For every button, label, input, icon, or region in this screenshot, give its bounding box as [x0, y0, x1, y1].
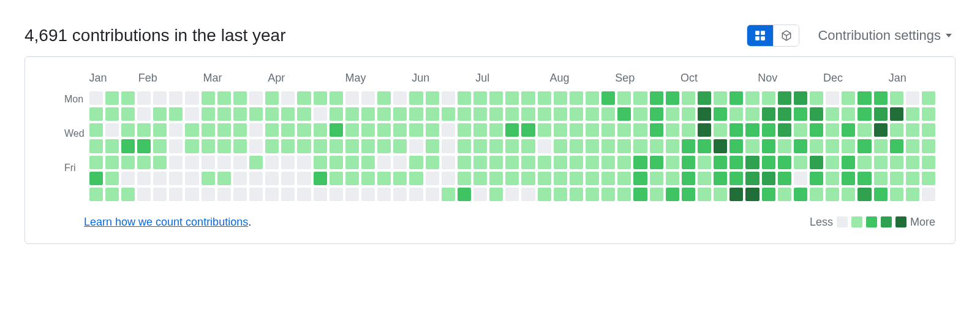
contribution-cell[interactable] [473, 123, 487, 137]
contribution-cell[interactable] [762, 91, 775, 105]
contribution-cell[interactable] [922, 156, 935, 169]
contribution-cell[interactable] [233, 172, 247, 185]
contribution-cell[interactable] [842, 172, 855, 185]
contribution-cell[interactable] [778, 107, 791, 121]
contribution-cell[interactable] [169, 123, 183, 137]
contribution-cell[interactable] [314, 172, 327, 185]
contribution-cell[interactable] [330, 156, 343, 169]
contribution-cell[interactable] [633, 123, 647, 137]
contribution-cell[interactable] [105, 91, 119, 105]
contribution-cell[interactable] [442, 123, 455, 137]
contribution-cell[interactable] [361, 139, 375, 153]
contribution-cell[interactable] [890, 107, 903, 121]
contribution-cell[interactable] [473, 139, 487, 153]
contribution-cell[interactable] [105, 123, 119, 137]
contribution-cell[interactable] [233, 156, 247, 169]
contribution-cell[interactable] [473, 107, 487, 121]
contribution-cell[interactable] [377, 139, 391, 153]
contribution-cell[interactable] [233, 91, 247, 105]
contribution-cell[interactable] [826, 188, 839, 201]
contribution-cell[interactable] [361, 156, 375, 169]
contribution-cell[interactable] [153, 123, 167, 137]
contribution-cell[interactable] [137, 156, 151, 169]
contribution-cell[interactable] [249, 139, 263, 153]
contribution-cell[interactable] [217, 188, 231, 201]
contribution-cell[interactable] [153, 156, 167, 169]
contribution-cell[interactable] [377, 107, 391, 121]
contribution-cell[interactable] [906, 91, 919, 105]
contribution-cell[interactable] [233, 107, 247, 121]
contribution-cell[interactable] [202, 91, 215, 105]
contribution-cell[interactable] [842, 139, 855, 153]
contribution-cell[interactable] [794, 172, 807, 185]
contribution-cell[interactable] [778, 91, 791, 105]
contribution-cell[interactable] [922, 107, 935, 121]
contribution-cell[interactable] [105, 188, 119, 201]
contribution-cell[interactable] [458, 139, 471, 153]
contribution-cell[interactable] [714, 123, 727, 137]
contribution-cell[interactable] [729, 156, 743, 169]
contribution-cell[interactable] [137, 91, 151, 105]
contribution-cell[interactable] [233, 139, 247, 153]
contribution-cell[interactable] [521, 172, 535, 185]
contribution-cell[interactable] [393, 156, 407, 169]
contribution-cell[interactable] [409, 188, 423, 201]
contribution-cell[interactable] [890, 139, 903, 153]
contribution-cell[interactable] [89, 188, 103, 201]
contribution-cell[interactable] [601, 139, 615, 153]
contribution-cell[interactable] [442, 107, 455, 121]
contribution-cell[interactable] [586, 139, 599, 153]
contribution-cell[interactable] [202, 139, 215, 153]
contribution-cell[interactable] [570, 123, 583, 137]
contribution-cell[interactable] [810, 91, 823, 105]
contribution-cell[interactable] [521, 188, 535, 201]
contribution-cell[interactable] [105, 172, 119, 185]
contribution-cell[interactable] [617, 156, 631, 169]
contribution-cell[interactable] [442, 139, 455, 153]
contribution-cell[interactable] [345, 91, 359, 105]
contribution-cell[interactable] [762, 123, 775, 137]
contribution-cell[interactable] [297, 139, 311, 153]
contribution-cell[interactable] [105, 156, 119, 169]
contribution-cell[interactable] [89, 107, 103, 121]
contribution-cell[interactable] [281, 156, 295, 169]
contribution-cell[interactable] [361, 172, 375, 185]
contribution-cell[interactable] [666, 123, 679, 137]
contribution-cell[interactable] [617, 172, 631, 185]
contribution-cell[interactable] [314, 107, 327, 121]
contribution-cell[interactable] [842, 156, 855, 169]
contribution-cell[interactable] [505, 123, 519, 137]
contribution-cell[interactable] [361, 188, 375, 201]
contribution-cell[interactable] [650, 188, 663, 201]
contribution-cell[interactable] [601, 156, 615, 169]
contribution-cell[interactable] [458, 123, 471, 137]
contribution-cell[interactable] [633, 107, 647, 121]
contribution-cell[interactable] [505, 139, 519, 153]
contribution-cell[interactable] [554, 156, 567, 169]
contribution-cell[interactable] [538, 107, 551, 121]
contribution-cell[interactable] [297, 172, 311, 185]
contribution-cell[interactable] [698, 107, 711, 121]
contribution-cell[interactable] [233, 188, 247, 201]
contribution-cell[interactable] [538, 91, 551, 105]
contribution-cell[interactable] [650, 156, 663, 169]
contribution-cell[interactable] [185, 107, 198, 121]
contribution-cell[interactable] [169, 107, 183, 121]
contribution-cell[interactable] [826, 91, 839, 105]
contribution-cell[interactable] [265, 91, 279, 105]
cube-view-button[interactable] [773, 25, 799, 46]
contribution-cell[interactable] [409, 139, 423, 153]
contribution-cell[interactable] [217, 172, 231, 185]
contribution-cell[interactable] [314, 139, 327, 153]
contribution-cell[interactable] [554, 139, 567, 153]
contribution-cell[interactable] [745, 139, 759, 153]
contribution-cell[interactable] [377, 172, 391, 185]
contribution-cell[interactable] [906, 188, 919, 201]
contribution-cell[interactable] [554, 172, 567, 185]
contribution-cell[interactable] [89, 123, 103, 137]
contribution-cell[interactable] [249, 156, 263, 169]
contribution-cell[interactable] [409, 107, 423, 121]
contribution-cell[interactable] [442, 156, 455, 169]
contribution-cell[interactable] [729, 172, 743, 185]
contribution-cell[interactable] [698, 172, 711, 185]
